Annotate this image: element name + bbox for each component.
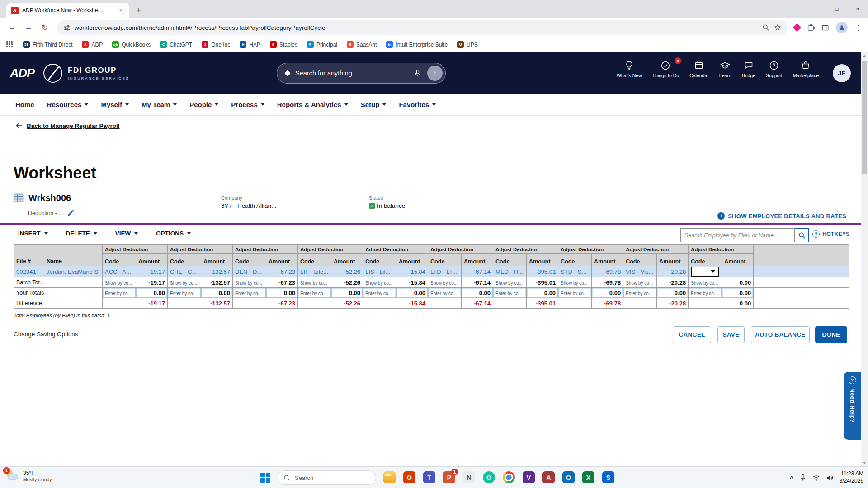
nav-item-people[interactable]: People (183, 101, 225, 108)
deduction-code-cell[interactable]: LIF - Life... (298, 266, 331, 277)
browser-tab[interactable]: A ADP Workforce Now - Workshe... × (6, 3, 129, 18)
bookmark-item[interactable]: 1One Inc (202, 41, 230, 48)
taskbar-search[interactable]: Search (278, 470, 376, 485)
enter-by-code-link[interactable]: Enter by co... (691, 291, 717, 296)
extensions-icon[interactable] (807, 24, 815, 32)
bookmark-item[interactable]: UUPS (457, 41, 478, 48)
wifi-icon[interactable] (812, 474, 820, 482)
start-button[interactable] (260, 473, 271, 483)
deduction-amount-cell[interactable]: -20.28 (657, 266, 689, 277)
user-avatar[interactable]: JE (833, 64, 851, 82)
insert-menu-button[interactable]: INSERT (15, 227, 51, 239)
side-panel-icon[interactable] (821, 24, 829, 32)
taskbar-app-excel[interactable]: X (582, 471, 594, 483)
employee-search-input[interactable]: Search Employee by File# or Name (680, 228, 795, 242)
whats-new-button[interactable]: What's New (615, 61, 644, 78)
taskbar-app-access[interactable]: A (542, 471, 555, 483)
deduction-code-cell[interactable]: LTD - LT... (428, 266, 462, 277)
browser-menu-icon[interactable]: ⋮ (854, 23, 862, 32)
global-search-bar[interactable]: Search for anything ↑ (277, 63, 446, 84)
page-scrollbar[interactable]: ▲ ▼ (861, 52, 868, 466)
enter-by-code-cell[interactable]: Enter by co... (233, 288, 266, 298)
taskbar-app-office[interactable]: O (403, 471, 415, 483)
browser-reload-button[interactable]: ↻ (37, 20, 52, 35)
deduction-amount-cell[interactable] (722, 266, 754, 277)
search-submit-button[interactable]: ↑ (427, 66, 443, 81)
enter-by-code-cell[interactable]: Enter by co... (623, 288, 657, 298)
enter-by-code-link[interactable]: Enter by co... (170, 291, 197, 296)
microphone-icon[interactable] (414, 69, 422, 77)
deduction-code-cell[interactable]: ACC - A... (103, 266, 136, 277)
deduction-code-cell[interactable] (689, 266, 722, 277)
learn-button[interactable]: Learn (717, 61, 733, 78)
bookmark-item[interactable]: AADP (82, 41, 103, 48)
show-employee-details-link[interactable]: + SHOW EMPLOYEE DETAILS AND RATES (717, 212, 846, 220)
enter-by-code-link[interactable]: Enter by co... (430, 291, 457, 296)
scroll-down-arrow[interactable]: ▼ (861, 461, 868, 465)
adp-logo[interactable]: ADP (10, 66, 34, 80)
enter-by-code-cell[interactable]: Enter by co... (558, 288, 592, 298)
deduction-code-cell[interactable]: DEN - D... (233, 266, 266, 277)
employee-row[interactable]: 002341Jordan, EvaMarie SACC - A...-19.17… (14, 266, 849, 277)
your-total-amount-input[interactable]: 0.00 (722, 288, 754, 298)
zoom-icon[interactable] (762, 24, 769, 31)
nav-item-favorites[interactable]: Favorites (392, 101, 442, 108)
bookmark-item[interactable]: SSaasAnt (347, 41, 377, 48)
microphone-icon[interactable] (799, 474, 807, 481)
window-close-button[interactable]: × (847, 0, 868, 18)
enter-by-code-link[interactable]: Enter by co... (561, 291, 587, 296)
nav-item-resources[interactable]: Resources (41, 101, 95, 108)
tab-close-icon[interactable]: × (117, 6, 125, 14)
change-saving-options-link[interactable]: Change Saving Options (14, 331, 78, 338)
employee-file-number[interactable]: 002341 (14, 266, 44, 277)
hotkeys-button[interactable]: ? HOTKEYS (812, 230, 849, 238)
your-total-amount-input[interactable]: 0.00 (462, 288, 493, 298)
your-total-amount-input[interactable]: 0.00 (201, 288, 233, 298)
deduction-amount-cell[interactable]: -67.14 (462, 266, 493, 277)
site-settings-icon[interactable] (63, 24, 70, 31)
browser-back-button[interactable]: ← (5, 20, 20, 35)
taskbar-app-teams[interactable]: T (423, 471, 435, 483)
enter-by-code-cell[interactable]: Enter by co... (168, 288, 201, 298)
deduction-amount-cell[interactable]: -15.84 (396, 266, 428, 277)
your-total-amount-input[interactable]: 0.00 (331, 288, 363, 298)
enter-by-code-cell[interactable]: Enter by co... (428, 288, 462, 298)
deduction-amount-cell[interactable]: -69.78 (592, 266, 623, 277)
enter-by-code-cell[interactable]: Enter by co... (493, 288, 527, 298)
deduction-amount-cell[interactable]: -395.01 (527, 266, 558, 277)
bookmark-item[interactable]: inIntuit Enterprise Suite (386, 41, 448, 48)
deduction-code-cell[interactable]: VIS - Vis... (623, 266, 657, 277)
support-button[interactable]: Support (764, 61, 784, 78)
deduction-code-cell[interactable]: CRE - C... (168, 266, 201, 277)
global-search-placeholder[interactable]: Search for anything (295, 70, 408, 77)
enter-by-code-link[interactable]: Enter by co... (626, 291, 652, 296)
your-total-amount-input[interactable]: 0.00 (527, 288, 558, 298)
taskbar-app-outlook[interactable]: O (562, 471, 575, 483)
enter-by-code-link[interactable]: Enter by co... (235, 291, 262, 296)
cancel-button[interactable]: CANCEL (673, 326, 711, 343)
taskbar-app-chrome[interactable] (503, 471, 515, 483)
deduction-code-cell[interactable]: STD - S... (558, 266, 592, 277)
enter-by-code-link[interactable]: Enter by co... (365, 291, 392, 296)
delete-menu-button[interactable]: DELETE (63, 227, 100, 239)
calendar-button[interactable]: Calendar (688, 61, 711, 78)
nav-item-reports-analytics[interactable]: Reports & Analytics (271, 101, 354, 108)
your-total-amount-input[interactable]: 0.00 (657, 288, 689, 298)
show-by-code-link[interactable]: Show by co... (235, 281, 262, 286)
edit-pencil-icon[interactable] (67, 210, 74, 216)
options-menu-button[interactable]: OPTIONS (153, 227, 193, 239)
bookmark-item[interactable]: PPrincipal (307, 41, 337, 48)
show-by-code-link[interactable]: Show by co... (561, 281, 588, 286)
show-by-code-link[interactable]: Show by co... (430, 281, 458, 286)
taskbar-app-powerpoint[interactable]: P1 (443, 471, 455, 483)
scrollbar-thumb[interactable] (862, 61, 867, 174)
enter-by-code-cell[interactable]: Enter by co... (363, 288, 396, 298)
show-by-code-link[interactable]: Show by co... (495, 281, 523, 286)
deduction-amount-cell[interactable]: -67.23 (266, 266, 298, 277)
address-bar[interactable]: workforcenow.adp.com/theme/admin.html#/P… (57, 20, 788, 35)
need-help-tab[interactable]: ? Need Help? (844, 372, 861, 440)
pinned-extension-icon[interactable] (793, 23, 802, 32)
enter-by-code-link[interactable]: Enter by co... (300, 291, 327, 296)
enter-by-code-link[interactable]: Enter by co... (105, 291, 132, 296)
browser-profile-avatar[interactable] (836, 22, 848, 33)
